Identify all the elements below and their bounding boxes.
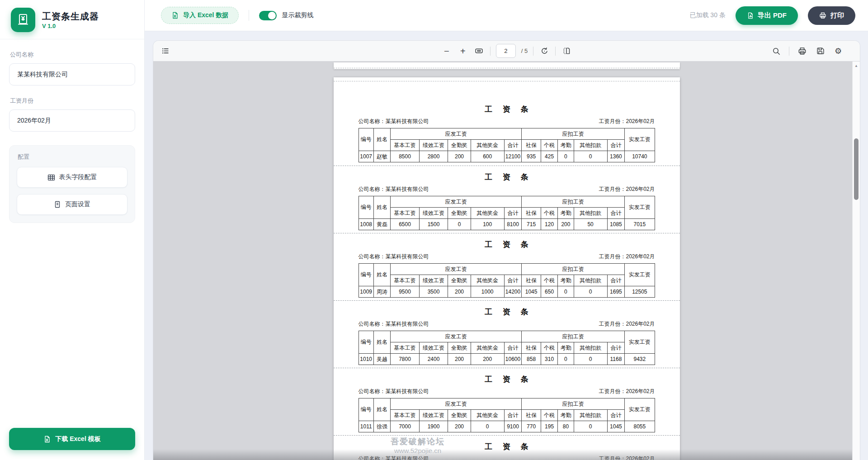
viewer-scrollbar[interactable]: ▲ xyxy=(852,62,860,460)
payslip-title: 工 资 条 xyxy=(359,104,655,114)
page-view-mode-icon[interactable] xyxy=(561,45,572,57)
zoom-in-icon[interactable]: + xyxy=(458,45,468,57)
payslip-value-cell: 200 xyxy=(558,219,574,230)
printer-icon xyxy=(819,12,826,19)
payslip-header-cell: 实发工资 xyxy=(625,398,655,421)
payslip-header-cell: 基本工资 xyxy=(391,342,420,354)
fit-width-icon[interactable] xyxy=(474,45,485,57)
payslip-value-cell: 935 xyxy=(522,151,541,162)
payslip-value-cell: 8055 xyxy=(625,421,655,432)
page-settings-button[interactable]: 页面设置 xyxy=(17,194,127,215)
payslip-header-cell: 其他扣款 xyxy=(574,342,607,354)
payslip-value-cell: 0 xyxy=(574,286,607,298)
payslip-header-cell: 全勤奖 xyxy=(448,208,471,219)
print-button[interactable]: 打印 xyxy=(808,6,855,25)
payslip-value-cell: 9500 xyxy=(391,286,420,298)
payslip-header-cell: 绩效工资 xyxy=(419,342,448,354)
header-fields-config-label: 表头字段配置 xyxy=(59,173,97,181)
print-label: 打印 xyxy=(830,11,844,20)
loaded-count-text: 已加载 30 条 xyxy=(689,11,725,19)
payslip-value-cell: 7800 xyxy=(391,354,420,365)
payslip-value-cell: 0 xyxy=(574,421,607,432)
payslip-value-cell: 200 xyxy=(448,151,471,162)
payslip-header-cell: 编号 xyxy=(359,331,373,354)
payslip-header-cell: 合计 xyxy=(607,342,625,354)
zoom-out-icon[interactable]: − xyxy=(441,45,452,57)
thumbnails-sidebar-icon[interactable] xyxy=(160,45,170,57)
app-title: 工资条生成器 xyxy=(42,11,99,22)
crop-lines-toggle-label: 显示裁剪线 xyxy=(282,11,313,19)
payslip-value-cell: 200 xyxy=(448,286,471,298)
payslip-value-cell: 1009 xyxy=(359,286,373,298)
page-total-text: / 5 xyxy=(521,47,528,54)
payslip-header-cell: 姓名 xyxy=(373,128,390,151)
payslip-value-cell: 12505 xyxy=(625,286,655,298)
crop-lines-toggle[interactable] xyxy=(259,11,277,20)
payslip-header-cell: 编号 xyxy=(359,128,373,151)
salary-month-input[interactable] xyxy=(9,109,135,132)
export-pdf-button[interactable]: 导出 PDF xyxy=(736,6,798,25)
payslip-value-cell: 0 xyxy=(574,151,607,162)
payslip-value-cell: 80 xyxy=(558,421,574,432)
payslip-month: 工资月份：2026年02月 xyxy=(599,455,655,460)
company-name-label: 公司名称 xyxy=(10,51,135,59)
toggle-knob xyxy=(268,12,276,19)
rotate-icon[interactable] xyxy=(539,45,550,57)
payslip-meta: 公司名称：某某科技有限公司工资月份：2026年02月 xyxy=(359,118,655,125)
payslip-header-cell: 考勤 xyxy=(558,342,574,354)
pdf-panel: − + / 5 xyxy=(153,41,860,460)
previous-page-bottom xyxy=(334,62,680,69)
payslip-value-cell: 200 xyxy=(471,354,504,365)
payslip-header-cell: 合计 xyxy=(607,410,625,421)
payslip-value-cell: 1900 xyxy=(419,421,448,432)
header-fields-config-button[interactable]: 表头字段配置 xyxy=(17,167,127,188)
page-number-input[interactable] xyxy=(496,44,516,58)
payslip-value-cell: 1168 xyxy=(607,354,625,365)
scrollbar-up-arrow[interactable]: ▲ xyxy=(853,64,860,68)
payslip-header-cell: 编号 xyxy=(359,196,373,219)
scrollbar-thumb[interactable] xyxy=(854,138,859,200)
payslip-header-cell: 社保 xyxy=(522,140,541,151)
payslip-header-cell: 合计 xyxy=(504,275,522,286)
divider xyxy=(490,47,491,56)
payslip-table: 编号姓名应发工资应扣工资实发工资基本工资绩效工资全勤奖其他奖金合计社保个税考勤其… xyxy=(359,331,655,365)
payslip-header-cell: 合计 xyxy=(607,140,625,151)
payslip-header-cell: 个税 xyxy=(541,275,557,286)
payslip-company: 公司名称：某某科技有限公司 xyxy=(359,455,429,460)
payslip-header-cell: 其他奖金 xyxy=(471,410,504,421)
payslip-header-cell: 基本工资 xyxy=(391,275,420,286)
search-icon[interactable] xyxy=(771,45,782,57)
payslip-value-cell: 0 xyxy=(558,286,574,298)
payslip-value-cell: 1008 xyxy=(359,219,373,230)
download-excel-template-button[interactable]: 下载 Excel 模板 xyxy=(9,428,135,450)
payslip-value-cell: 0 xyxy=(574,354,607,365)
main-area: − + / 5 xyxy=(145,31,868,460)
import-excel-button[interactable]: 导入 Excel 数据 xyxy=(161,7,239,24)
company-name-input[interactable] xyxy=(9,63,135,85)
pdf-toolbar: − + / 5 xyxy=(153,41,860,62)
payslip-header-cell: 社保 xyxy=(522,342,541,354)
payslip-header-cell: 编号 xyxy=(359,264,373,286)
payslip-header-cell: 其他奖金 xyxy=(471,342,504,354)
divider xyxy=(249,10,249,21)
payslip-value-cell: 50 xyxy=(574,219,607,230)
save-icon[interactable] xyxy=(815,45,826,57)
settings-gear-icon[interactable]: ⚙ xyxy=(833,45,844,57)
payslip-value-cell: 吴越 xyxy=(373,354,390,365)
payslip-header-cell: 个税 xyxy=(541,410,557,421)
excel-file-icon xyxy=(43,436,51,443)
print-document-icon[interactable] xyxy=(797,45,807,57)
payslip-table: 编号姓名应发工资应扣工资实发工资基本工资绩效工资全勤奖其他奖金合计社保个税考勤其… xyxy=(359,196,655,230)
payslip-value-cell: 8500 xyxy=(391,151,420,162)
page-settings-label: 页面设置 xyxy=(65,200,90,209)
payslip-header-cell: 姓名 xyxy=(373,398,390,421)
download-excel-template-label: 下载 Excel 模板 xyxy=(55,435,100,443)
payslip-value-cell: 8100 xyxy=(504,219,522,230)
payslip-header-cell: 考勤 xyxy=(558,410,574,421)
payslip-value-cell: 195 xyxy=(541,421,557,432)
payslip-header-cell: 社保 xyxy=(522,208,541,219)
payslip-month: 工资月份：2026年02月 xyxy=(599,185,655,193)
divider xyxy=(555,47,556,56)
crop-lines-toggle-wrap: 显示裁剪线 xyxy=(259,11,313,20)
salary-month-label: 工资月份 xyxy=(10,97,135,105)
